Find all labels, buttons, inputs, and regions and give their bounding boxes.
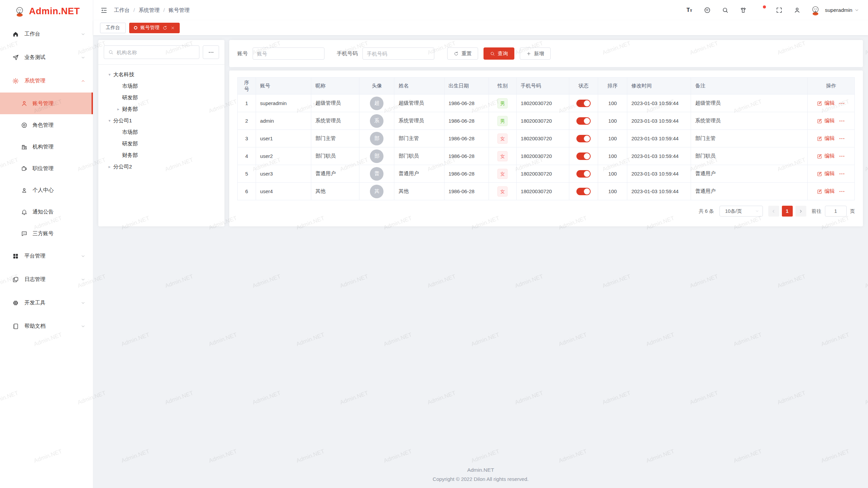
prev-page-button[interactable] xyxy=(768,206,779,217)
tree-node-5[interactable]: 市场部 xyxy=(104,126,219,138)
tree-node-4[interactable]: ▾分公司1 xyxy=(104,115,219,126)
sidebar-item-1[interactable]: 业务测试 xyxy=(0,46,93,69)
breadcrumb-item-1[interactable]: 系统管理 xyxy=(139,7,160,14)
notification-icon[interactable] xyxy=(758,7,765,14)
avatar[interactable] xyxy=(809,4,822,16)
tree-more-button[interactable] xyxy=(203,45,219,59)
sidebar-subitem-2-3[interactable]: 职位管理 xyxy=(0,158,93,179)
panels: ▾大名科技市场部研发部▸财务部▾分公司1市场部研发部财务部▸分公司2 账号 手机… xyxy=(98,40,863,226)
edit-button[interactable]: 编辑 xyxy=(817,170,834,177)
cell-phone: 18020030720 xyxy=(521,118,552,124)
tree-node-0[interactable]: ▾大名科技 xyxy=(104,69,219,80)
search-icon xyxy=(108,49,114,55)
account-input[interactable] xyxy=(253,47,324,60)
tree-node-label: 研发部 xyxy=(122,94,138,101)
edit-button[interactable]: 编辑 xyxy=(817,153,834,159)
sidebar-subitem-2-0[interactable]: 账号管理 xyxy=(0,93,93,114)
status-toggle[interactable] xyxy=(576,100,591,107)
menu-fold-icon[interactable] xyxy=(100,6,108,14)
username[interactable]: superadmin xyxy=(825,7,852,13)
page-number-1[interactable]: 1 xyxy=(782,206,793,217)
tree-caret-icon[interactable]: ▾ xyxy=(106,118,113,123)
sidebar-item-2[interactable]: 系统管理 xyxy=(0,69,93,93)
chevron-down-icon xyxy=(81,55,85,60)
tree-node-1[interactable]: 市场部 xyxy=(104,80,219,92)
more-actions-button[interactable] xyxy=(839,153,845,159)
sidebar-item-6[interactable]: 帮助文档 xyxy=(0,314,93,338)
status-toggle[interactable] xyxy=(576,152,591,160)
edit-button[interactable]: 编辑 xyxy=(817,118,834,124)
edit-button[interactable]: 编辑 xyxy=(817,100,834,106)
chevron-down-icon[interactable] xyxy=(854,8,859,13)
user-icon xyxy=(21,100,27,107)
tab-refresh-icon[interactable] xyxy=(162,25,167,30)
tree-node-6[interactable]: 研发部 xyxy=(104,138,219,149)
sidebar-subitem-2-2[interactable]: 机构管理 xyxy=(0,136,93,158)
cell-account: superadmin xyxy=(260,100,287,106)
more-actions-button[interactable] xyxy=(839,136,845,142)
status-toggle[interactable] xyxy=(576,170,591,178)
edit-button[interactable]: 编辑 xyxy=(817,188,834,195)
tree-node-7[interactable]: 财务部 xyxy=(104,149,219,161)
row-avatar: 超 xyxy=(370,97,383,110)
reset-button[interactable]: 重置 xyxy=(447,47,478,60)
query-button[interactable]: 查询 xyxy=(484,47,514,60)
cell-no: 2 xyxy=(245,118,248,124)
app-logo[interactable]: Admin.NET xyxy=(0,0,93,22)
status-toggle[interactable] xyxy=(576,188,591,195)
home-icon xyxy=(12,31,19,38)
account-icon[interactable] xyxy=(794,7,801,14)
tree-caret-icon[interactable]: ▸ xyxy=(115,107,122,111)
more-actions-button[interactable] xyxy=(839,100,845,106)
next-page-button[interactable] xyxy=(795,206,806,217)
org-tree-panel: ▾大名科技市场部研发部▸财务部▾分公司1市场部研发部财务部▸分公司2 xyxy=(98,40,224,226)
status-toggle[interactable] xyxy=(576,117,591,125)
sidebar-item-4[interactable]: 日志管理 xyxy=(0,268,93,291)
table-body: 1superadmin超级管理员超超级管理员1986-06-28男1802003… xyxy=(238,95,855,200)
breadcrumb-item-0[interactable]: 工作台 xyxy=(114,7,130,14)
tree-caret-icon[interactable]: ▾ xyxy=(106,72,113,77)
sidebar-item-0[interactable]: 工作台 xyxy=(0,22,93,46)
goto-page-input[interactable] xyxy=(825,206,847,217)
tree-caret-icon[interactable]: ▸ xyxy=(106,164,113,169)
tab-close-icon[interactable] xyxy=(171,26,175,30)
page-size-select[interactable]: 10条/页 xyxy=(719,206,763,217)
tab-1[interactable]: 账号管理 xyxy=(129,23,180,33)
sidebar-subitem-2-4[interactable]: 个人中心 xyxy=(0,179,93,201)
column-header-12: 操作 xyxy=(807,78,854,95)
more-actions-button[interactable] xyxy=(839,118,845,124)
sidebar-subitem-2-5[interactable]: 通知公告 xyxy=(0,201,93,223)
font-size-icon[interactable]: Tт xyxy=(686,7,693,14)
tree-search-row xyxy=(104,45,219,59)
add-button[interactable]: 新增 xyxy=(520,47,551,60)
more-actions-button[interactable] xyxy=(839,188,845,195)
edit-label: 编辑 xyxy=(824,118,834,124)
cell-modified: 2023-01-03 10:59:44 xyxy=(631,118,678,124)
sidebar-subitem-2-1[interactable]: 角色管理 xyxy=(0,114,93,136)
theme-icon[interactable] xyxy=(740,7,747,14)
sidebar-item-label: 帮助文档 xyxy=(24,323,81,330)
phone-input[interactable] xyxy=(362,47,434,60)
chevron-down-icon xyxy=(755,209,759,213)
status-toggle[interactable] xyxy=(576,135,591,142)
language-icon[interactable]: 中 xyxy=(704,7,711,14)
tree-node-2[interactable]: 研发部 xyxy=(104,92,219,103)
more-actions-button[interactable] xyxy=(839,171,845,177)
org-search-input[interactable] xyxy=(117,49,195,55)
cell-order: 100 xyxy=(608,136,617,141)
tab-0[interactable]: 工作台 xyxy=(100,23,126,33)
tree-node-8[interactable]: ▸分公司2 xyxy=(104,161,219,172)
tree-node-3[interactable]: ▸财务部 xyxy=(104,103,219,115)
breadcrumb-item-2[interactable]: 账号管理 xyxy=(169,7,190,14)
fullscreen-icon[interactable] xyxy=(776,7,783,14)
sidebar-item-5[interactable]: 开发工具 xyxy=(0,291,93,314)
table-row-1: 2admin系统管理员系系统管理员1986-06-28男180200307201… xyxy=(238,112,855,130)
cell-account: admin xyxy=(260,118,274,124)
edit-button[interactable]: 编辑 xyxy=(817,135,834,142)
sidebar-item-3[interactable]: 平台管理 xyxy=(0,244,93,268)
sidebar-subitem-label: 角色管理 xyxy=(33,122,54,129)
sidebar-subitem-2-6[interactable]: 三方账号 xyxy=(0,223,93,244)
cell-modified: 2023-01-03 10:59:44 xyxy=(631,100,678,106)
cell-order: 100 xyxy=(608,100,617,106)
search-icon[interactable] xyxy=(722,7,729,14)
